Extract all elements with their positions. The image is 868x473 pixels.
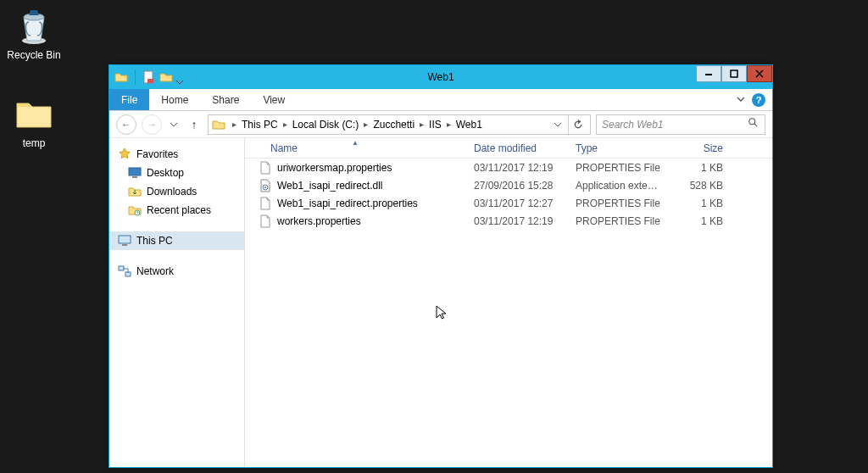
nav-label: Network: [136, 265, 174, 277]
nav-label: Desktop: [147, 167, 184, 179]
file-date: 03/11/2017 12:19: [465, 162, 567, 174]
desktop-icon-recycle-bin[interactable]: Recycle Bin: [3, 5, 65, 61]
file-icon: [259, 214, 272, 228]
address-row: ← → ↑ ▸ This PC ▸ Local Disk (C:) ▸ Zucc…: [109, 111, 772, 138]
ribbon-tab-home[interactable]: Home: [149, 89, 200, 110]
star-icon: [118, 147, 131, 161]
network-icon: [118, 264, 131, 278]
file-row[interactable]: workers.properties03/11/2017 12:19PROPER…: [245, 212, 772, 230]
file-size: 1 KB: [669, 162, 732, 174]
svg-rect-4: [705, 74, 712, 75]
nav-desktop[interactable]: Desktop: [109, 164, 244, 182]
forward-button[interactable]: →: [142, 114, 162, 135]
file-row[interactable]: Web1_isapi_redirect.dll27/09/2016 15:28A…: [245, 176, 772, 194]
column-headers: Name ▲ Date modified Type Size: [245, 138, 772, 159]
titlebar[interactable]: Web1: [109, 65, 772, 89]
ribbon-tabs: File Home Share View ?: [109, 89, 772, 111]
close-button[interactable]: [747, 65, 772, 82]
file-date: 27/09/2016 15:28: [465, 180, 567, 192]
nav-recent-places[interactable]: Recent places: [109, 201, 244, 220]
sort-asc-icon: ▲: [352, 139, 359, 147]
nav-label: Downloads: [147, 186, 197, 198]
maximize-button[interactable]: [721, 65, 747, 82]
chevron-right-icon[interactable]: ▸: [443, 120, 454, 129]
column-header-type[interactable]: Type: [567, 142, 669, 154]
file-type: PROPERTIES File: [567, 198, 669, 209]
recycle-bin-icon: [14, 5, 54, 46]
desktop-icon-temp[interactable]: temp: [3, 93, 65, 149]
navigation-pane: Favorites Desktop Downloads Recent place…: [109, 138, 245, 467]
minimize-button[interactable]: [696, 65, 721, 82]
help-icon[interactable]: ?: [752, 93, 765, 107]
column-header-size[interactable]: Size: [669, 142, 732, 154]
ribbon-expand-icon[interactable]: [737, 95, 745, 105]
computer-icon: [118, 234, 131, 248]
svg-rect-10: [119, 236, 131, 243]
file-type: Application extens...: [567, 180, 669, 192]
breadcrumb[interactable]: This PC: [240, 119, 280, 131]
folder-icon: [114, 70, 128, 84]
file-size: 528 KB: [669, 180, 732, 192]
nav-downloads[interactable]: Downloads: [109, 182, 244, 201]
file-date: 03/11/2017 12:27: [465, 198, 567, 209]
folder-icon: [212, 118, 225, 131]
address-bar[interactable]: ▸ This PC ▸ Local Disk (C:) ▸ Zucchetti …: [208, 114, 591, 135]
back-button[interactable]: ←: [116, 114, 136, 135]
history-dropdown-icon[interactable]: [167, 118, 181, 131]
search-placeholder: Search Web1: [602, 119, 664, 131]
chevron-right-icon[interactable]: ▸: [360, 120, 371, 129]
breadcrumb[interactable]: IIS: [427, 119, 443, 131]
file-icon: [259, 197, 272, 210]
content-pane: Name ▲ Date modified Type Size uriworker…: [245, 138, 772, 467]
search-input[interactable]: Search Web1: [596, 114, 765, 135]
desktop-icon-label: temp: [3, 137, 65, 149]
chevron-right-icon[interactable]: ▸: [229, 120, 240, 129]
downloads-icon: [128, 185, 142, 198]
file-size: 1 KB: [669, 215, 732, 227]
file-name: Web1_isapi_redirect.properties: [277, 198, 418, 209]
nav-favorites[interactable]: Favorites: [109, 145, 244, 164]
explorer-body: Favorites Desktop Downloads Recent place…: [109, 138, 772, 467]
dll-file-icon: [259, 179, 272, 192]
svg-rect-5: [731, 70, 737, 77]
breadcrumb[interactable]: Local Disk (C:): [291, 119, 361, 131]
file-explorer-window: Web1 File Home Share View ? ← → ↑ ▸: [108, 64, 773, 468]
breadcrumb[interactable]: Zucchetti: [371, 119, 416, 131]
ribbon-file-tab[interactable]: File: [109, 89, 149, 110]
properties-icon[interactable]: [142, 70, 156, 84]
window-controls: [696, 65, 772, 82]
nav-label: Favorites: [136, 148, 178, 160]
search-icon: [748, 117, 760, 131]
nav-this-pc[interactable]: This PC: [109, 231, 244, 250]
quick-access-toolbar: [109, 70, 183, 85]
chevron-right-icon[interactable]: ▸: [416, 120, 427, 129]
refresh-button[interactable]: [568, 115, 587, 134]
qat-dropdown-icon[interactable]: [176, 74, 183, 81]
file-row[interactable]: uriworkersmap.properties03/11/2017 12:19…: [245, 159, 772, 176]
nav-label: This PC: [136, 235, 173, 247]
file-name: Web1_isapi_redirect.dll: [277, 180, 383, 192]
up-button[interactable]: ↑: [186, 116, 203, 133]
file-name: uriworkersmap.properties: [277, 162, 392, 174]
file-row[interactable]: Web1_isapi_redirect.properties03/11/2017…: [245, 194, 772, 212]
chevron-right-icon[interactable]: ▸: [280, 120, 291, 129]
svg-point-6: [749, 119, 755, 125]
column-header-name[interactable]: Name ▲: [245, 142, 465, 154]
ribbon-tab-view[interactable]: View: [251, 89, 297, 110]
column-header-date[interactable]: Date modified: [465, 142, 567, 154]
file-icon: [259, 161, 272, 175]
nav-label: Recent places: [147, 204, 211, 216]
new-folder-icon[interactable]: [159, 70, 173, 84]
file-size: 1 KB: [669, 198, 732, 209]
address-dropdown-icon[interactable]: [554, 120, 561, 130]
breadcrumb[interactable]: Web1: [454, 119, 484, 131]
recent-icon: [128, 203, 142, 217]
window-title: Web1: [109, 71, 772, 83]
ribbon-tab-share[interactable]: Share: [200, 89, 251, 110]
nav-network[interactable]: Network: [109, 262, 244, 281]
svg-rect-12: [119, 266, 124, 270]
desktop-icon-label: Recycle Bin: [3, 49, 65, 61]
svg-rect-11: [122, 244, 127, 246]
svg-point-15: [264, 186, 266, 188]
file-type: PROPERTIES File: [567, 215, 669, 227]
